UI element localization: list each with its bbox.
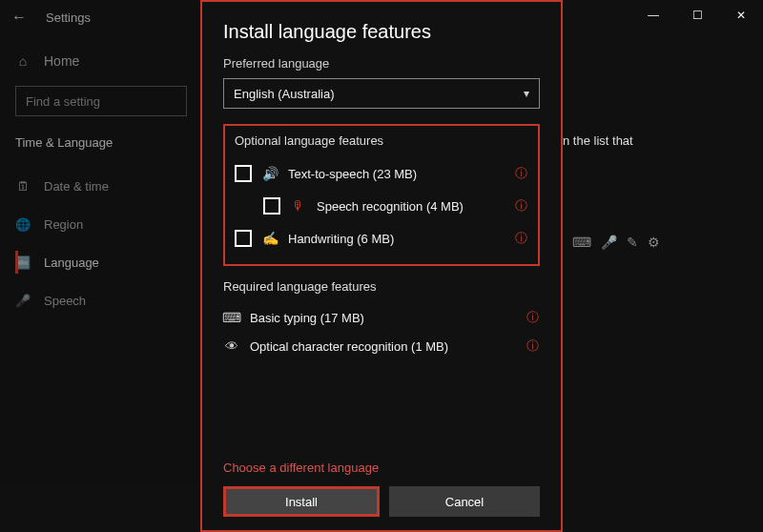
maximize-button[interactable]: ☐ [675, 0, 719, 31]
optional-features-section: Optional language features 🔊 Text-to-spe… [223, 124, 540, 266]
active-indicator [15, 251, 18, 274]
dialog-title: Install language features [223, 21, 540, 43]
checkbox[interactable] [235, 165, 252, 182]
search-input[interactable]: Find a setting [15, 86, 187, 116]
info-icon[interactable]: ⓘ [525, 309, 540, 326]
sidebar-item-label: Region [44, 217, 83, 232]
search-placeholder: Find a setting [26, 94, 100, 109]
preferred-language-select[interactable]: English (Australia) ▾ [223, 78, 540, 109]
feature-label: Text-to-speech (23 MB) [288, 167, 504, 181]
feature-label: Basic typing (17 MB) [250, 311, 515, 325]
close-button[interactable]: ✕ [719, 0, 763, 31]
feature-icon-row: ⌨ 🎤 ✎ ⚙ [572, 235, 660, 250]
home-icon: ⌂ [15, 53, 31, 69]
globe-icon: 🌐 [15, 217, 31, 232]
checkbox[interactable] [235, 230, 252, 247]
feature-label: Speech recognition (4 MB) [317, 199, 504, 214]
required-title: Required language features [223, 279, 540, 294]
window-controls: — ☐ ✕ [631, 0, 763, 31]
install-language-dialog: Install language features Preferred lang… [200, 0, 563, 532]
feature-text-to-speech[interactable]: 🔊 Text-to-speech (23 MB) ⓘ [235, 157, 528, 190]
sidebar-item-label: Language [44, 256, 99, 270]
install-button[interactable]: Install [223, 486, 380, 517]
checkbox[interactable] [263, 197, 280, 215]
keyboard-icon: ⌨ [572, 235, 591, 250]
microphone-icon: 🎙 [290, 198, 307, 214]
speaker-icon: 🔊 [261, 166, 278, 181]
microphone-icon: 🎤 [601, 235, 617, 250]
feature-label: Optical character recognition (1 MB) [250, 339, 515, 354]
info-icon[interactable]: ⓘ [513, 230, 528, 247]
microphone-icon: 🎤 [15, 294, 31, 308]
window-title: Settings [46, 10, 91, 25]
select-value: English (Australia) [234, 87, 335, 101]
feature-basic-typing: ⌨ Basic typing (17 MB) ⓘ [223, 303, 540, 332]
calendar-icon: 🗓 [15, 179, 31, 194]
eye-icon: 👁 [223, 338, 240, 354]
info-icon[interactable]: ⓘ [513, 197, 528, 215]
preferred-language-label: Preferred language [223, 56, 540, 71]
back-icon[interactable]: ← [11, 9, 27, 26]
sidebar-item-label: Date & time [44, 179, 109, 194]
background-text-fragment: n the list that [563, 133, 633, 148]
minimize-button[interactable]: — [631, 0, 675, 31]
feature-ocr: 👁 Optical character recognition (1 MB) ⓘ [223, 332, 540, 360]
pen-icon: ✎ [627, 235, 638, 250]
sidebar-item-label: Speech [44, 294, 86, 308]
feature-handwriting[interactable]: ✍ Handwriting (6 MB) ⓘ [235, 222, 528, 255]
feature-label: Handwriting (6 MB) [288, 232, 504, 246]
info-icon[interactable]: ⓘ [525, 338, 540, 355]
info-icon[interactable]: ⓘ [513, 165, 528, 182]
home-label: Home [44, 53, 79, 69]
cancel-button[interactable]: Cancel [389, 486, 540, 517]
gear-icon: ⚙ [648, 235, 660, 250]
handwriting-icon: ✍ [261, 231, 278, 246]
feature-speech-recognition[interactable]: 🎙 Speech recognition (4 MB) ⓘ [235, 190, 528, 222]
required-features-section: Required language features ⌨ Basic typin… [223, 279, 540, 360]
chevron-down-icon: ▾ [524, 87, 529, 100]
optional-title: Optional language features [235, 133, 528, 148]
choose-different-language-link[interactable]: Choose a different language [223, 460, 540, 475]
keyboard-icon: ⌨ [223, 310, 240, 325]
